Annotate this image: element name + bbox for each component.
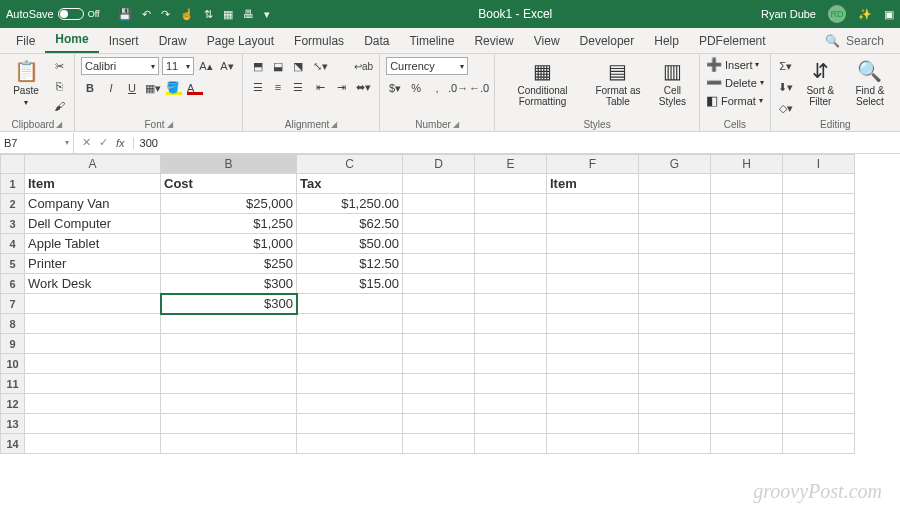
cell-A8[interactable] (25, 314, 161, 334)
delete-cells-button[interactable]: ➖Delete▾ (706, 75, 764, 90)
row-header-10[interactable]: 10 (1, 354, 25, 374)
cell-C10[interactable] (297, 354, 403, 374)
borders-icon[interactable]: ▦▾ (144, 79, 162, 97)
cell-D9[interactable] (403, 334, 475, 354)
cell-B1[interactable]: Cost (161, 174, 297, 194)
cell-I12[interactable] (783, 394, 855, 414)
tab-draw[interactable]: Draw (149, 29, 197, 53)
cell-A7[interactable] (25, 294, 161, 314)
cell-I1[interactable] (783, 174, 855, 194)
cell-A9[interactable] (25, 334, 161, 354)
row-header-5[interactable]: 5 (1, 254, 25, 274)
cell-B9[interactable] (161, 334, 297, 354)
cell-D13[interactable] (403, 414, 475, 434)
align-top-icon[interactable]: ⬒ (249, 57, 267, 75)
autosave-toggle[interactable]: AutoSave Off (6, 8, 100, 20)
cell-I2[interactable] (783, 194, 855, 214)
cell-I13[interactable] (783, 414, 855, 434)
align-right-icon[interactable]: ☰ (289, 78, 307, 96)
cell-F1[interactable]: Item (547, 174, 639, 194)
cell-A13[interactable] (25, 414, 161, 434)
select-all-corner[interactable] (1, 155, 25, 174)
wrap-text-button[interactable]: ↩ab (354, 57, 373, 75)
bold-button[interactable]: B (81, 79, 99, 97)
cell-I10[interactable] (783, 354, 855, 374)
cell-C12[interactable] (297, 394, 403, 414)
cell-F11[interactable] (547, 374, 639, 394)
fill-color-icon[interactable]: 🪣 (165, 79, 183, 97)
cell-C13[interactable] (297, 414, 403, 434)
cell-D6[interactable] (403, 274, 475, 294)
tab-formulas[interactable]: Formulas (284, 29, 354, 53)
number-format-select[interactable]: Currency▾ (386, 57, 468, 75)
row-header-4[interactable]: 4 (1, 234, 25, 254)
cell-H4[interactable] (711, 234, 783, 254)
fx-icon[interactable]: fx (116, 137, 125, 149)
formula-bar[interactable]: 300 (133, 137, 900, 149)
cell-G11[interactable] (639, 374, 711, 394)
tab-timeline[interactable]: Timeline (399, 29, 464, 53)
autosum-icon[interactable]: Σ▾ (777, 57, 795, 75)
cell-I4[interactable] (783, 234, 855, 254)
cell-G2[interactable] (639, 194, 711, 214)
cell-H6[interactable] (711, 274, 783, 294)
cell-B12[interactable] (161, 394, 297, 414)
tab-data[interactable]: Data (354, 29, 399, 53)
cell-H9[interactable] (711, 334, 783, 354)
cut-icon[interactable]: ✂ (50, 57, 68, 75)
cell-G3[interactable] (639, 214, 711, 234)
row-header-11[interactable]: 11 (1, 374, 25, 394)
find-select-button[interactable]: 🔍Find & Select (846, 57, 894, 109)
currency-icon[interactable]: $▾ (386, 79, 404, 97)
cell-E11[interactable] (475, 374, 547, 394)
cell-B4[interactable]: $1,000 (161, 234, 297, 254)
dialog-launcher-icon[interactable]: ◢ (331, 120, 337, 129)
save-icon[interactable]: 💾 (118, 8, 132, 21)
cell-C3[interactable]: $62.50 (297, 214, 403, 234)
cell-E3[interactable] (475, 214, 547, 234)
worksheet-grid[interactable]: ABCDEFGHI1ItemCostTaxItem2Company Van$25… (0, 154, 900, 454)
cell-B3[interactable]: $1,250 (161, 214, 297, 234)
fill-icon[interactable]: ⬇▾ (777, 78, 795, 96)
tab-pdfelement[interactable]: PDFelement (689, 29, 776, 53)
font-name-select[interactable]: Calibri▾ (81, 57, 159, 75)
cell-F14[interactable] (547, 434, 639, 454)
row-header-7[interactable]: 7 (1, 294, 25, 314)
paste-button[interactable]: 📋 Paste ▾ (6, 57, 46, 109)
cell-C11[interactable] (297, 374, 403, 394)
cell-G10[interactable] (639, 354, 711, 374)
cell-E2[interactable] (475, 194, 547, 214)
cell-G12[interactable] (639, 394, 711, 414)
cell-H12[interactable] (711, 394, 783, 414)
enter-formula-icon[interactable]: ✓ (99, 136, 108, 149)
cell-F12[interactable] (547, 394, 639, 414)
cell-E5[interactable] (475, 254, 547, 274)
tab-page-layout[interactable]: Page Layout (197, 29, 284, 53)
cell-D4[interactable] (403, 234, 475, 254)
cell-A11[interactable] (25, 374, 161, 394)
cell-B7[interactable]: $300 (161, 294, 297, 314)
cell-I9[interactable] (783, 334, 855, 354)
cancel-formula-icon[interactable]: ✕ (82, 136, 91, 149)
cell-F7[interactable] (547, 294, 639, 314)
name-box[interactable]: B7▾ (0, 133, 74, 153)
cell-H13[interactable] (711, 414, 783, 434)
cell-D12[interactable] (403, 394, 475, 414)
column-header-G[interactable]: G (639, 155, 711, 174)
user-avatar[interactable]: RD (828, 5, 846, 23)
cell-E12[interactable] (475, 394, 547, 414)
cell-F3[interactable] (547, 214, 639, 234)
cell-A5[interactable]: Printer (25, 254, 161, 274)
cell-A2[interactable]: Company Van (25, 194, 161, 214)
cell-G1[interactable] (639, 174, 711, 194)
copy-icon[interactable]: ⎘ (50, 77, 68, 95)
cell-D10[interactable] (403, 354, 475, 374)
cell-B2[interactable]: $25,000 (161, 194, 297, 214)
cell-G4[interactable] (639, 234, 711, 254)
cell-I5[interactable] (783, 254, 855, 274)
cell-C5[interactable]: $12.50 (297, 254, 403, 274)
cell-A6[interactable]: Work Desk (25, 274, 161, 294)
conditional-formatting-button[interactable]: ▦Conditional Formatting (501, 57, 584, 109)
format-as-table-button[interactable]: ▤Format as Table (588, 57, 648, 109)
font-size-select[interactable]: 11▾ (162, 57, 194, 75)
